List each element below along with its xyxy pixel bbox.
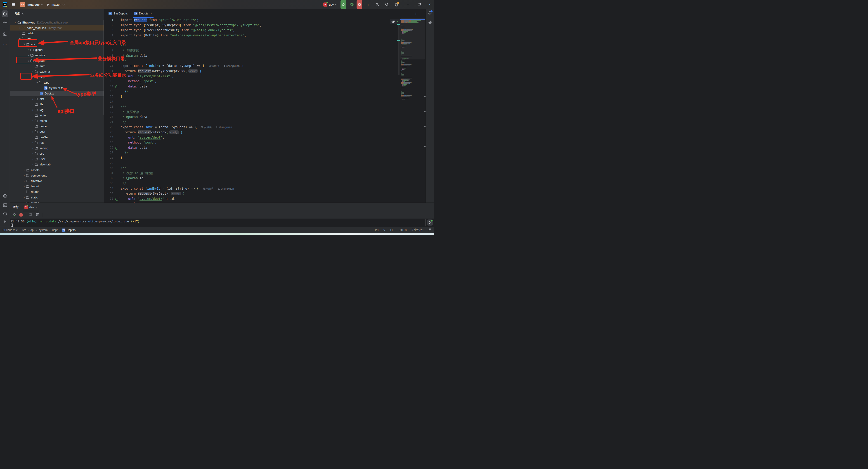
code-vision-usages[interactable]: 显示用法 — [203, 187, 214, 190]
tree-expand-chevron-icon[interactable]: › — [31, 130, 35, 133]
tree-expand-chevron-icon[interactable]: › — [31, 141, 35, 144]
stop-button[interactable] — [356, 0, 362, 9]
debug-button[interactable] — [350, 0, 354, 9]
tree-row-layout[interactable]: ›layout — [10, 184, 104, 189]
tree-expand-chevron-icon[interactable]: › — [22, 196, 26, 199]
tree-expand-chevron-icon[interactable]: › — [31, 103, 35, 106]
project-tool-icon[interactable] — [2, 10, 8, 17]
run-console[interactable]: 22:42:56 [vite] hmr update /src/componen… — [10, 219, 434, 227]
tree-row-src[interactable]: ∨src — [10, 36, 104, 41]
tree-row-node_modules[interactable]: ›node_moduleslibrary root — [10, 25, 104, 31]
window-close-button[interactable]: × — [429, 0, 431, 9]
minimap[interactable] — [400, 18, 425, 145]
status-item[interactable]: UTF-8 — [399, 228, 406, 232]
tree-row-captcha[interactable]: ›captcha — [10, 69, 104, 74]
tree-row-directive[interactable]: ›directive — [10, 178, 104, 184]
status-item[interactable]: V — [383, 228, 385, 232]
tree-expand-chevron-icon[interactable]: › — [31, 152, 35, 155]
tree-row-dict[interactable]: ›dict — [10, 96, 104, 102]
tree-collapse-chevron-icon[interactable]: ∨ — [31, 75, 35, 79]
tree-row-lihua-vue[interactable]: ∨lihua-vueD:\Code\lihua\lihua-vue — [10, 20, 104, 25]
tree-expand-chevron-icon[interactable]: › — [31, 163, 35, 166]
stop-icon[interactable] — [20, 213, 23, 217]
notifications-bell-icon[interactable] — [428, 11, 432, 16]
tree-row-stores[interactable]: ›stores — [10, 200, 104, 202]
tree-row-login[interactable]: ›login — [10, 113, 104, 118]
search-everywhere-icon[interactable] — [385, 0, 389, 9]
tree-row-view-tab[interactable]: ›view-tab — [10, 162, 104, 167]
tree-expand-chevron-icon[interactable]: › — [31, 98, 35, 100]
tree-expand-chevron-icon[interactable]: › — [22, 185, 26, 188]
tree-expand-chevron-icon[interactable]: › — [31, 119, 35, 122]
tree-expand-chevron-icon[interactable]: › — [31, 136, 35, 138]
version-control-tool-icon[interactable] — [2, 218, 8, 225]
run-config-selector[interactable]: dev — [323, 0, 337, 9]
tree-collapse-chevron-icon[interactable]: ∨ — [35, 81, 39, 84]
more-actions-icon[interactable]: ⋮ — [367, 0, 370, 9]
editor-scrollbar[interactable] — [398, 25, 400, 75]
code-editor[interactable]: 1import request from "@/utils/Request.ts… — [104, 18, 398, 202]
tree-expand-chevron-icon[interactable]: › — [27, 54, 30, 57]
editor-tab-Dept.ts[interactable]: TSDept.ts× — [131, 9, 155, 18]
tree-row-file[interactable]: ›file — [10, 102, 104, 107]
scroll-to-end-icon[interactable] — [29, 213, 33, 217]
tree-collapse-chevron-icon[interactable]: ∨ — [14, 21, 18, 24]
floating-run-button[interactable] — [427, 219, 433, 226]
more-icon[interactable]: ⋮ — [45, 213, 49, 217]
tree-row-log[interactable]: ›log — [10, 107, 104, 113]
tree-expand-chevron-icon[interactable]: › — [31, 114, 35, 117]
tree-row-assets[interactable]: ›assets — [10, 167, 104, 173]
structure-tool-icon[interactable] — [2, 31, 8, 37]
tree-row-global[interactable]: ›global — [10, 47, 104, 53]
breadcrumb-lihua-vue[interactable]: lihua-vue — [3, 228, 18, 232]
code-vision-usages[interactable]: 显示用法 — [201, 126, 212, 129]
terminal-tool-icon[interactable] — [2, 201, 8, 209]
type-hint-gutter-icon[interactable]: I — [115, 147, 118, 150]
commit-tool-icon[interactable] — [2, 19, 8, 26]
tree-row-role[interactable]: ›role — [10, 140, 104, 145]
close-icon[interactable]: × — [36, 206, 37, 209]
branch-selector[interactable]: master — [46, 0, 64, 9]
tree-row-type[interactable]: ∨type — [10, 80, 104, 85]
ai-assistant-icon[interactable] — [428, 20, 432, 25]
breadcrumb-system[interactable]: system — [39, 228, 48, 232]
status-item[interactable]: 1:8 — [374, 228, 378, 232]
tree-expand-chevron-icon[interactable]: › — [31, 70, 35, 73]
console-scrollbar[interactable] — [425, 219, 426, 226]
tree-collapse-chevron-icon[interactable]: ∨ — [22, 43, 26, 46]
main-menu-icon[interactable] — [12, 0, 15, 9]
tree-expand-chevron-icon[interactable]: › — [18, 32, 22, 35]
breadcrumb-src[interactable]: src — [22, 228, 26, 232]
code-with-me-icon[interactable] — [375, 0, 379, 9]
tree-row-sse[interactable]: ›sse — [10, 151, 104, 156]
type-hint-gutter-icon[interactable]: I — [115, 86, 118, 88]
tree-row-monitor[interactable]: ›monitor — [10, 53, 104, 58]
tree-expand-chevron-icon[interactable]: › — [18, 26, 22, 29]
tree-collapse-chevron-icon[interactable]: ∨ — [27, 59, 30, 62]
type-hint-gutter-icon[interactable]: I — [115, 198, 118, 201]
tree-row-user[interactable]: ›user — [10, 156, 104, 162]
tree-row-system[interactable]: ∨system — [10, 58, 104, 63]
tree-row-router[interactable]: ›router — [10, 189, 104, 195]
status-item[interactable]: 2 个空格* — [411, 228, 424, 232]
rerun-button[interactable] — [341, 0, 346, 9]
tree-row-noice[interactable]: ›noice — [10, 124, 104, 129]
tree-row-SysDept.ts[interactable]: TSSysDept.ts — [10, 85, 104, 91]
tree-expand-chevron-icon[interactable]: › — [22, 180, 26, 182]
code-vision-author[interactable]: shangxuan — [216, 126, 232, 129]
tree-row-public[interactable]: ›public — [10, 31, 104, 36]
project-tree-scrollbar[interactable] — [103, 20, 104, 115]
tree-row-dept[interactable]: ∨dept — [10, 74, 104, 80]
code-vision-author[interactable]: shangxuan — [218, 187, 234, 190]
lock-icon[interactable] — [429, 228, 431, 232]
clear-trash-icon[interactable] — [36, 213, 39, 217]
window-restore-button[interactable] — [418, 0, 421, 9]
tree-row-auth[interactable]: ›auth — [10, 64, 104, 69]
project-selector[interactable]: lihua-vue — [27, 0, 43, 9]
more-tools-icon[interactable]: ⋯ — [2, 41, 8, 48]
code-vision-usages[interactable]: 显示用法 — [209, 64, 219, 68]
breadcrumb-dept[interactable]: dept — [52, 228, 57, 232]
window-minimize-button[interactable]: – — [407, 0, 409, 9]
tree-row-menu[interactable]: ›menu — [10, 118, 104, 123]
tree-expand-chevron-icon[interactable]: › — [22, 168, 26, 171]
